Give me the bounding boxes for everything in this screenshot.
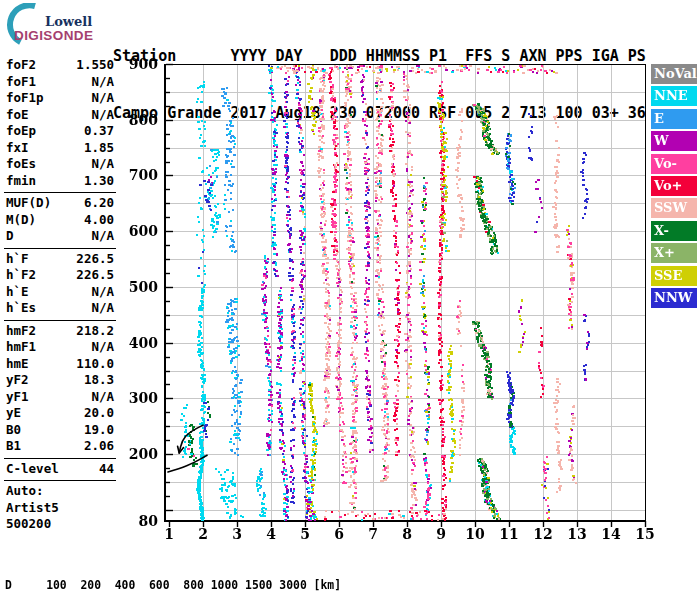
x-tick-label: 10 <box>461 526 489 542</box>
legend-label: NNW <box>651 288 697 307</box>
y-tick-label: 900 <box>124 56 158 72</box>
y-tick-label: 700 <box>124 167 158 183</box>
x-tick-label: 3 <box>223 526 251 542</box>
legend-item-nnw: NNW <box>651 288 697 308</box>
x-tick-label: 2 <box>189 526 217 542</box>
x-tick-label: 6 <box>325 526 353 542</box>
x-tick-label: 7 <box>359 526 387 542</box>
x-tick-label: 15 <box>631 526 659 542</box>
x-tick-label: 11 <box>495 526 523 542</box>
y-tick-label: 600 <box>124 223 158 239</box>
x-tick-label: 5 <box>291 526 319 542</box>
legend-label: SSE <box>651 266 697 285</box>
x-tick-label: 14 <box>597 526 625 542</box>
y-tick-label: 400 <box>124 335 158 351</box>
legend-item-e: E <box>651 109 697 129</box>
legend-label: W <box>651 131 697 150</box>
legend-item-w: W <box>651 131 697 151</box>
legend-label: X- <box>651 221 697 240</box>
x-tick-label: 4 <box>257 526 285 542</box>
x-tick-label: 1 <box>155 526 183 542</box>
bottom-status-block: D 100 200 400 600 800 1000 1500 3000 [km… <box>5 552 691 600</box>
ionogram-plot <box>0 0 700 600</box>
legend-item-nne: NNE <box>651 86 697 106</box>
legend-item-sse: SSE <box>651 266 697 286</box>
legend-label: NoVal <box>651 64 697 83</box>
legend-label: Vo- <box>651 154 697 173</box>
legend-label: Vo+ <box>651 176 697 195</box>
legend-label: X+ <box>651 243 697 262</box>
legend-item-vo-: Vo- <box>651 154 697 174</box>
legend-label: SSW <box>651 198 697 217</box>
y-tick-label: 300 <box>124 390 158 406</box>
y-tick-label: 500 <box>124 279 158 295</box>
x-tick-label: 9 <box>427 526 455 542</box>
legend-item-noval: NoVal <box>651 64 697 84</box>
distance-row: D 100 200 400 600 800 1000 1500 3000 [km… <box>5 579 691 592</box>
y-tick-label: 800 <box>124 112 158 128</box>
legend-item-x-: X- <box>651 221 697 241</box>
x-tick-label: 12 <box>529 526 557 542</box>
legend-label: NNE <box>651 86 697 105</box>
y-tick-label: 80 <box>124 513 158 529</box>
legend-item-vo-: Vo+ <box>651 176 697 196</box>
y-tick-label: 200 <box>124 446 158 462</box>
legend-item-x-: X+ <box>651 243 697 263</box>
x-tick-label: 13 <box>563 526 591 542</box>
x-tick-label: 8 <box>393 526 421 542</box>
legend-label: E <box>651 109 697 128</box>
legend-item-ssw: SSW <box>651 198 697 218</box>
